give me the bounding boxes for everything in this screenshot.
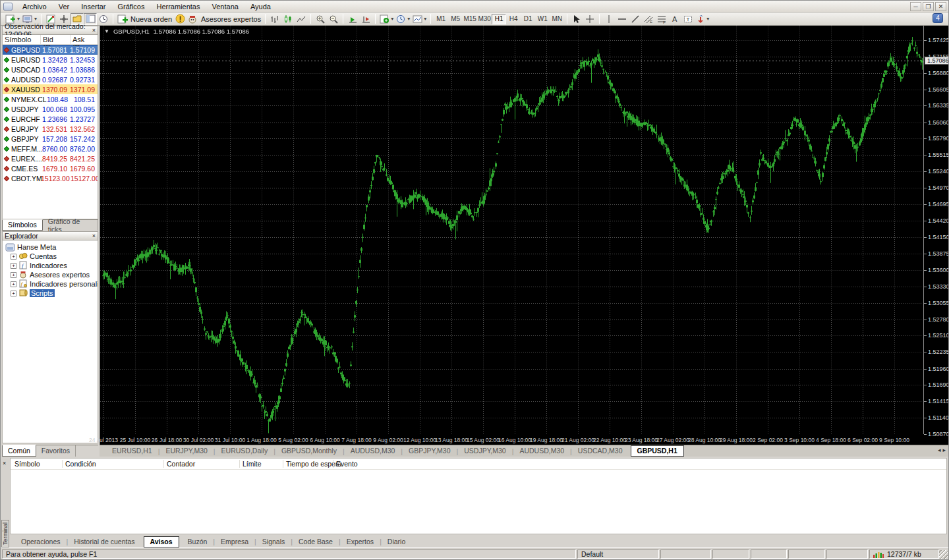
- terminal-tab-buz-n[interactable]: Buzón: [182, 537, 214, 547]
- navigator-item-scripts[interactable]: +Scripts: [3, 289, 98, 298]
- navigator-root[interactable]: Hanse Meta: [3, 242, 98, 252]
- chart-tab-gbpusd-monthly[interactable]: GBPUSD,Monthly: [275, 446, 343, 456]
- alert-button[interactable]: [173, 13, 187, 25]
- expand-plus-icon[interactable]: +: [11, 291, 16, 296]
- market-watch-row[interactable]: MEFF.M...8760.008762.00: [3, 144, 98, 154]
- chart-tab-eurusd-h1[interactable]: EURUSD,H1: [106, 446, 158, 456]
- cursor-button[interactable]: [570, 13, 583, 25]
- expand-plus-icon[interactable]: +: [11, 263, 16, 269]
- market-watch-row[interactable]: EURJPY132.531132.562: [3, 124, 98, 134]
- notifications-badge[interactable]: 4: [933, 13, 943, 23]
- navigator-item-indicadores[interactable]: +fIndicadores: [3, 261, 98, 270]
- resize-grip[interactable]: [939, 550, 948, 559]
- chart-tab-usdcad-m30[interactable]: USDCAD,M30: [572, 446, 629, 456]
- terminal-tab-avisos[interactable]: Avisos: [144, 536, 179, 547]
- tab-s-mbolos[interactable]: Símbolos: [2, 219, 43, 231]
- market-watch-row[interactable]: EURCHF1.236961.23727: [3, 114, 98, 124]
- terminal-tab-diario[interactable]: Diario: [382, 537, 411, 547]
- timeframe-w1[interactable]: W1: [535, 14, 550, 24]
- templates-button[interactable]: ▾: [411, 13, 428, 25]
- market-watch-row[interactable]: AUDUSD0.926870.92731: [3, 74, 98, 84]
- terminal-tab-signals[interactable]: Signals: [256, 537, 291, 547]
- tab-gr-fico-de-ticks[interactable]: Gráfico de ticks: [43, 220, 98, 231]
- menu-insertar[interactable]: Insertar: [75, 1, 111, 12]
- price-chart-canvas[interactable]: [100, 26, 924, 434]
- chart-tab-eurusd-daily[interactable]: EURUSD,Daily: [216, 446, 274, 456]
- market-watch-row[interactable]: USDCAD1.036421.03686: [3, 65, 98, 74]
- market-watch-row[interactable]: GBPJPY157.208157.242: [3, 134, 98, 144]
- terminal-tab-expertos[interactable]: Expertos: [341, 537, 380, 547]
- indicators-button[interactable]: ▾: [378, 13, 395, 25]
- chart-tab-audusd-m30[interactable]: AUDUSD,M30: [513, 446, 570, 456]
- navigator-item-indicadores-personalizados[interactable]: +fIndicadores personalizados: [3, 279, 98, 289]
- tab-favoritos[interactable]: Favoritos: [36, 445, 76, 457]
- label-button[interactable]: T: [681, 13, 695, 25]
- terminal-side-tab[interactable]: Terminal: [1, 520, 9, 547]
- menu-ventana[interactable]: Ventana: [206, 1, 244, 12]
- terminal-column-3[interactable]: Contador: [167, 460, 195, 468]
- periods-button[interactable]: ▾: [395, 13, 411, 25]
- tab-com-n[interactable]: Común: [2, 445, 36, 457]
- new-order-button[interactable]: Nueva orden: [116, 13, 173, 25]
- column-bid[interactable]: Bid (O...: [41, 35, 71, 44]
- timeframe-h1[interactable]: H1: [492, 14, 506, 24]
- terminal-tab-operaciones[interactable]: Operaciones: [15, 537, 67, 547]
- terminal-column-6[interactable]: Evento: [336, 460, 358, 468]
- minimize-button[interactable]: ─: [910, 2, 921, 11]
- expand-plus-icon[interactable]: +: [11, 281, 16, 287]
- navigator-item-cuentas[interactable]: +Cuentas: [3, 252, 98, 261]
- timeframe-m15[interactable]: M15: [463, 14, 477, 24]
- bar-chart-button[interactable]: [268, 13, 281, 25]
- close-icon[interactable]: ×: [3, 460, 6, 466]
- terminal-column-1[interactable]: Símbolo: [14, 460, 40, 468]
- autoscroll-button[interactable]: [346, 13, 359, 25]
- restore-button[interactable]: ❐: [923, 2, 934, 11]
- scroll-right-icon[interactable]: ▸: [942, 447, 946, 453]
- fibonacci-button[interactable]: F: [655, 13, 668, 25]
- terminal-tab-historial-de-cuentas[interactable]: Historial de cuentas: [68, 537, 140, 547]
- terminal-tab-code-base[interactable]: Code Base: [293, 537, 339, 547]
- timeframe-d1[interactable]: D1: [521, 14, 535, 24]
- chevron-down-icon[interactable]: ▼: [104, 28, 109, 34]
- vertical-line-button[interactable]: [602, 13, 616, 25]
- menu-ayuda[interactable]: Ayuda: [244, 1, 277, 12]
- chart-tab-eurjpy-m30[interactable]: EURJPY,M30: [159, 446, 213, 456]
- experts-button[interactable]: Asesores expertos: [187, 13, 262, 25]
- market-watch-row[interactable]: NYMEX.CL108.48108.51: [3, 94, 98, 104]
- line-chart-button[interactable]: [295, 13, 308, 25]
- terminal-column-2[interactable]: Condición: [65, 460, 96, 468]
- market-watch-row[interactable]: USDJPY100.068100.095: [3, 104, 98, 114]
- menu-archivo[interactable]: Archivo: [16, 1, 53, 12]
- menu-ver[interactable]: Ver: [53, 1, 76, 12]
- close-button[interactable]: ✕: [935, 2, 946, 11]
- scroll-left-icon[interactable]: ◂: [938, 447, 941, 453]
- expand-plus-icon[interactable]: +: [11, 272, 16, 278]
- terminal-tab-empresa[interactable]: Empresa: [215, 537, 254, 547]
- horizontal-line-button[interactable]: [616, 13, 629, 25]
- crosshair-button[interactable]: [583, 13, 596, 25]
- tick-chart-button[interactable]: [97, 13, 110, 25]
- column-ask[interactable]: Ask (D...: [71, 35, 98, 44]
- channel-button[interactable]: E: [642, 13, 655, 25]
- market-watch-row[interactable]: CBOT.YM15123.0015127.00: [3, 173, 98, 183]
- status-profile[interactable]: Default: [577, 549, 659, 559]
- chart-tab-gbpusd-h1[interactable]: GBPUSD,H1: [631, 445, 684, 457]
- timeframe-h4[interactable]: H4: [506, 14, 521, 24]
- zoom-in-button[interactable]: [314, 13, 327, 25]
- menu-grficos[interactable]: Gráficos: [112, 1, 151, 12]
- chart-tab-gbpjpy-m30[interactable]: GBPJPY,M30: [403, 446, 456, 456]
- trendline-button[interactable]: [629, 13, 642, 25]
- chart-tab-audusd-m30[interactable]: AUDUSD,M30: [345, 446, 401, 456]
- menu-herramientas[interactable]: Herramientas: [150, 1, 206, 12]
- chart-shift-button[interactable]: [359, 13, 372, 25]
- timeframe-m1[interactable]: M1: [434, 14, 448, 24]
- market-watch-row[interactable]: XAUUSD1370.091371.09: [3, 84, 98, 94]
- navigator-item-asesores-expertos[interactable]: +Asesores expertos: [3, 270, 98, 279]
- candles-chart-button[interactable]: [281, 13, 295, 25]
- column-symbol[interactable]: Símbolo: [3, 35, 41, 44]
- close-icon[interactable]: ×: [92, 27, 96, 34]
- timeframe-m5[interactable]: M5: [448, 14, 463, 24]
- market-watch-row[interactable]: CME.ES1679.101679.60: [3, 163, 98, 173]
- arrows-button[interactable]: ▾: [695, 13, 710, 25]
- close-icon[interactable]: ×: [92, 233, 96, 239]
